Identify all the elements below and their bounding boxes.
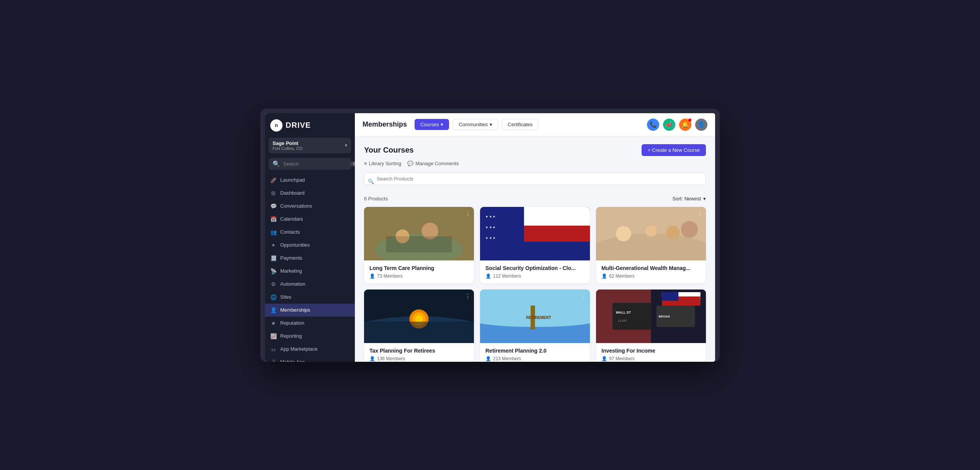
members-icon: 👤	[601, 273, 607, 279]
sidebar-search[interactable]: 🔍 ⌘K ⚡	[269, 158, 351, 170]
course-tax-name: Tax Planning For Retirees	[369, 348, 469, 354]
memberships-icon: 👤	[270, 307, 276, 313]
calendars-icon: 📅	[270, 216, 276, 222]
conversations-icon: 💬	[270, 203, 276, 209]
list-icon: ≡	[364, 161, 367, 166]
sidebar-label-automation: Automation	[280, 281, 305, 287]
course-ltc-members: 👤 73 Members	[369, 273, 469, 279]
members-icon: 👤	[485, 273, 491, 279]
tab-courses[interactable]: Courses ▾	[415, 119, 449, 130]
course-card-ss[interactable]: ★ ★ ★ ★ ★ ★ ★ ★ ★ ⋮ Social Security Opti…	[480, 207, 590, 283]
course-card-ltc[interactable]: ⋮ Long Term Care Planning 👤 73 Members	[364, 207, 474, 283]
manage-comments-btn[interactable]: 💬 Manage Comments	[407, 161, 459, 166]
search-products-input[interactable]	[364, 172, 706, 185]
members-icon: 👤	[485, 356, 491, 361]
sidebar-item-conversations[interactable]: 💬 Conversations	[265, 200, 355, 213]
payments-icon: 🧾	[270, 255, 276, 261]
create-course-button[interactable]: + Create a New Course	[642, 144, 706, 156]
tab-certificates[interactable]: Certificates	[502, 119, 538, 130]
sidebar-item-payments[interactable]: 🧾 Payments	[265, 252, 355, 265]
svg-rect-40	[662, 292, 678, 301]
sidebar-item-app-marketplace[interactable]: ⚏ App Marketplace	[265, 343, 355, 356]
user-avatar[interactable]: 👤	[695, 119, 707, 131]
sidebar-item-memberships[interactable]: 👤 Memberships	[265, 304, 355, 317]
sidebar-label-contacts: Contacts	[280, 229, 300, 235]
workspace-dropdown-icon: ▾	[345, 143, 347, 148]
megaphone-icon-btn[interactable]: 📣	[663, 119, 675, 131]
notification-badge-dot	[688, 119, 691, 122]
sidebar-item-calendars[interactable]: 📅 Calendars	[265, 213, 355, 226]
sidebar-label-reputation: Reputation	[280, 320, 304, 326]
svg-text:RETIREMENT: RETIREMENT	[526, 316, 551, 320]
sidebar-item-dashboard[interactable]: ⊞ Dashboard	[265, 187, 355, 200]
sidebar-item-reporting[interactable]: 📈 Reporting	[265, 330, 355, 343]
ltc-illustration	[364, 207, 474, 260]
bell-icon-btn[interactable]: 🔔	[679, 119, 691, 131]
card-ss-menu-icon[interactable]: ⋮	[581, 210, 587, 217]
course-ret-name: Retirement Planning 2.0	[485, 348, 585, 354]
sidebar-item-launchpad[interactable]: 🚀 Launchpad	[265, 174, 355, 187]
svg-text:11-315: 11-315	[618, 319, 626, 322]
top-nav: Memberships Courses ▾ Communities ▾ Cert…	[363, 119, 538, 130]
logo-text: DRIVE	[286, 121, 311, 130]
card-mg-menu-icon[interactable]: ⋮	[697, 210, 703, 217]
tab-communities-label: Communities	[459, 122, 488, 127]
workspace-selector[interactable]: Sage Point Fort Collins, CO ▾	[269, 138, 351, 153]
svg-point-16	[645, 225, 657, 237]
top-actions: 📞 📣 🔔 👤	[647, 119, 707, 131]
course-card-mg[interactable]: ⋮ Multi-Generational Wealth Manag... 👤 6…	[596, 207, 706, 283]
library-sorting-label: Library Sorting	[369, 161, 402, 166]
tab-communities[interactable]: Communities ▾	[453, 119, 498, 130]
course-tax-members: 👤 136 Members	[369, 356, 469, 361]
sidebar-label-conversations: Conversations	[280, 203, 312, 209]
main-content: Memberships Courses ▾ Communities ▾ Cert…	[355, 113, 715, 362]
sidebar-label-sites: Sites	[280, 294, 291, 300]
members-icon: 👤	[369, 356, 375, 361]
courses-dropdown-icon: ▾	[441, 122, 443, 127]
search-input[interactable]	[283, 161, 348, 167]
sidebar-label-memberships: Memberships	[280, 307, 310, 313]
sidebar-label-mobile-app: Mobile App	[280, 359, 305, 362]
dashboard-icon: ⊞	[270, 190, 276, 196]
card-inv-menu-icon[interactable]: ⋮	[697, 293, 703, 300]
megaphone-icon: 📣	[666, 121, 673, 128]
sidebar-item-marketing[interactable]: 📡 Marketing	[265, 265, 355, 278]
phone-icon: 📞	[650, 121, 657, 128]
card-ltc-menu-icon[interactable]: ⋮	[465, 210, 471, 217]
sidebar-item-mobile-app[interactable]: 📱 Mobile App	[265, 356, 355, 362]
sidebar-label-launchpad: Launchpad	[280, 177, 305, 183]
sub-actions: ≡ Library Sorting 💬 Manage Comments	[364, 161, 706, 166]
sidebar-item-sites[interactable]: 🌐 Sites	[265, 291, 355, 304]
ret-illustration: RETIREMENT	[480, 289, 590, 343]
course-img-mg: ⋮	[596, 207, 706, 260]
sidebar-item-contacts[interactable]: 👥 Contacts	[265, 226, 355, 239]
sidebar-label-app-marketplace: App Marketplace	[280, 346, 318, 352]
svg-point-18	[681, 221, 698, 237]
search-products-wrap: 🔍	[364, 172, 706, 190]
course-inv-members: 👤 97 Members	[601, 356, 701, 361]
top-bar: Memberships Courses ▾ Communities ▾ Cert…	[355, 113, 715, 137]
sidebar: n DRIVE Sage Point Fort Collins, CO ▾ 🔍 …	[265, 113, 355, 362]
ss-illustration: ★ ★ ★ ★ ★ ★ ★ ★ ★	[480, 207, 590, 260]
phone-icon-btn[interactable]: 📞	[647, 119, 659, 131]
course-img-ltc: ⋮	[364, 207, 474, 260]
card-ret-menu-icon[interactable]: ⋮	[581, 293, 587, 300]
sort-label: Sort: Newest	[673, 196, 701, 202]
products-bar: 6 Products Sort: Newest ▾	[364, 196, 706, 202]
workspace-name: Sage Point	[273, 140, 302, 146]
mobile-app-icon: 📱	[270, 359, 276, 362]
course-card-ret[interactable]: RETIREMENT ⋮ Retirement Planning 2.0 👤 2…	[480, 289, 590, 362]
sidebar-label-payments: Payments	[280, 255, 302, 261]
sort-selector[interactable]: Sort: Newest ▾	[673, 196, 706, 202]
course-ss-name: Social Security Optimization - Clo...	[485, 265, 585, 271]
course-card-tax[interactable]: ⋮ Tax Planning For Retirees 👤 136 Member…	[364, 289, 474, 362]
sidebar-item-automation[interactable]: ⚙ Automation	[265, 278, 355, 291]
card-tax-menu-icon[interactable]: ⋮	[465, 293, 471, 300]
sidebar-item-reputation[interactable]: ★ Reputation	[265, 317, 355, 330]
course-card-inv[interactable]: WALL ST 11-315 BROAD	[596, 289, 706, 362]
comment-icon: 💬	[407, 161, 413, 166]
library-sorting-btn[interactable]: ≡ Library Sorting	[364, 161, 401, 166]
sidebar-item-opportunities[interactable]: ✦ Opportunities	[265, 239, 355, 252]
sort-dropdown-icon: ▾	[703, 196, 706, 202]
sites-icon: 🌐	[270, 294, 276, 300]
